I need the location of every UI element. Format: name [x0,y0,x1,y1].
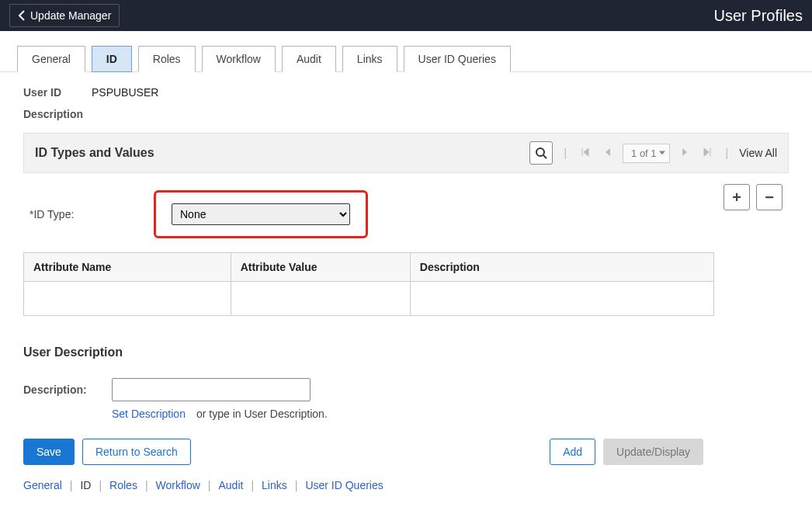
user-id-label: User ID [23,86,85,99]
description-sub-row: Set Description or type in User Descript… [112,408,789,420]
page-title: User Profiles [714,7,803,25]
col-description: Description [410,253,713,282]
user-description-title: User Description [23,345,789,359]
last-page-icon[interactable] [699,147,715,159]
section-header: ID Types and Values | 1 of 1 | View All [23,133,789,173]
bottom-nav: General | ID | Roles | Workflow | Audit … [23,479,789,491]
back-button[interactable]: Update Manager [9,4,120,27]
section-title: ID Types and Values [35,146,154,160]
tabs: General ID Roles Workflow Audit Links Us… [0,31,812,72]
section-controls: | 1 of 1 | View All [529,141,777,165]
description-helper: or type in User Description. [196,408,328,420]
tab-user-id-queries[interactable]: User ID Queries [404,46,511,72]
svg-line-1 [543,155,547,158]
bottom-link-id: ID [80,479,91,491]
cell-description [410,282,713,316]
description-input[interactable] [112,378,311,401]
highlight-box: None [154,190,368,238]
search-icon [535,147,547,159]
content: User ID PSPUBUSER Description ID Types a… [0,72,812,505]
separator: | [292,479,301,491]
prev-page-icon[interactable] [601,147,615,159]
bottom-link-user-id-queries[interactable]: User ID Queries [305,479,383,491]
user-id-value: PSPUBUSER [85,86,158,99]
separator: | [248,479,257,491]
return-to-search-button[interactable]: Return to Search [82,439,191,465]
col-attribute-value: Attribute Value [231,253,410,282]
attribute-table: Attribute Name Attribute Value Descripti… [23,252,714,316]
id-type-row: *ID Type: None + − [23,176,789,246]
bottom-link-audit[interactable]: Audit [218,479,243,491]
save-button[interactable]: Save [23,439,75,465]
update-display-button: Update/Display [603,439,703,465]
back-label: Update Manager [30,9,111,22]
separator: | [205,479,214,491]
add-remove-controls: + − [724,184,783,210]
button-row-right: Add Update/Display [550,439,703,465]
remove-row-button[interactable]: − [756,184,783,210]
table-header-row: Attribute Name Attribute Value Descripti… [24,253,714,282]
bottom-link-general[interactable]: General [23,479,62,491]
divider: | [560,147,570,159]
add-button[interactable]: Add [550,439,595,465]
tab-workflow[interactable]: Workflow [202,46,276,72]
svg-point-0 [536,148,544,156]
button-row: Save Return to Search Add Update/Display [23,439,789,465]
tab-audit[interactable]: Audit [282,46,336,72]
tab-id[interactable]: ID [92,46,132,72]
separator: | [95,479,105,491]
tab-general[interactable]: General [17,46,85,72]
description-row: Description: [23,378,789,401]
page-indicator[interactable]: 1 of 1 [623,144,670,163]
user-id-row: User ID PSPUBUSER [23,86,789,99]
next-page-icon[interactable] [678,147,692,159]
divider: | [723,147,732,159]
set-description-link[interactable]: Set Description [112,408,186,420]
tab-roles[interactable]: Roles [138,46,196,72]
table-row [24,282,714,316]
separator: | [142,479,151,491]
top-bar: Update Manager User Profiles [0,0,812,31]
description-input-label: Description: [23,384,101,396]
id-type-label: *ID Type: [29,208,154,220]
button-row-left: Save Return to Search [23,439,191,465]
separator: | [67,479,76,491]
id-type-select[interactable]: None [172,203,350,225]
view-all-link[interactable]: View All [739,147,777,159]
first-page-icon[interactable] [578,147,593,159]
col-attribute-name: Attribute Name [24,253,231,282]
bottom-link-roles[interactable]: Roles [109,479,137,491]
bottom-link-workflow[interactable]: Workflow [156,479,200,491]
description-label: Description [23,108,789,120]
search-button[interactable] [529,141,553,165]
chevron-left-icon [18,10,26,21]
cell-attribute-name [24,282,231,316]
bottom-link-links[interactable]: Links [262,479,287,491]
add-row-button[interactable]: + [724,184,750,210]
cell-attribute-value [231,282,410,316]
tab-links[interactable]: Links [342,46,397,72]
